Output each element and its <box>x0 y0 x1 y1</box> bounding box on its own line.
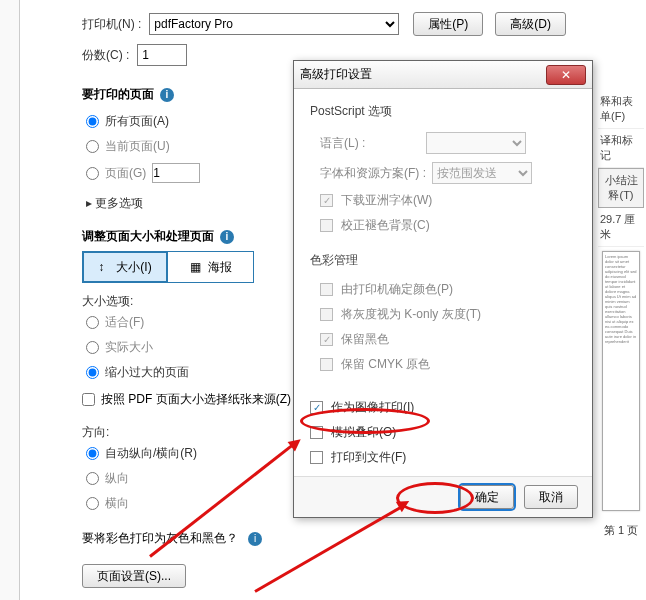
copies-input[interactable] <box>137 44 187 66</box>
page-setup-button[interactable]: 页面设置(S)... <box>82 564 186 588</box>
cancel-button[interactable]: 取消 <box>524 485 578 509</box>
paper-source-checkbox[interactable] <box>82 393 95 406</box>
print-to-file-checkbox[interactable]: 打印到文件(F) <box>310 445 576 470</box>
printer-color-checkbox[interactable]: 由打印机确定颜色(P) <box>320 277 576 302</box>
download-asian-checkbox[interactable]: 下载亚洲字体(W) <box>320 188 576 213</box>
page-range-input[interactable] <box>152 163 200 183</box>
help-icon[interactable]: i <box>220 230 234 244</box>
printer-row: 打印机(N) : pdfFactory Pro 属性(P) 高级(D) <box>82 12 642 36</box>
language-row: 语言(L) : <box>320 128 576 158</box>
language-select[interactable] <box>426 132 526 154</box>
forms-label: 释和表单(F) <box>598 90 644 129</box>
preview-panel: 释和表单(F) 译和标记 小结注释(T) 29.7 厘米 Lorem ipsum… <box>598 90 644 570</box>
ok-button[interactable]: 确定 <box>460 485 514 509</box>
color-prompt-row: 要将彩色打印为灰色和黑色？ i <box>82 516 642 547</box>
printer-label: 打印机(N) : <box>82 16 141 33</box>
help-icon[interactable]: i <box>248 532 262 546</box>
paper-size-label: 29.7 厘米 <box>598 208 644 247</box>
gray-konly-checkbox[interactable]: 将灰度视为 K-only 灰度(T) <box>320 302 576 327</box>
advanced-print-dialog: 高级打印设置 ✕ PostScript 选项 语言(L) : 字体和资源方案(F… <box>293 60 593 518</box>
keep-cmyk-checkbox[interactable]: 保留 CMYK 原色 <box>320 352 576 377</box>
print-as-image-checkbox[interactable]: 作为图像打印(I) <box>310 395 576 420</box>
color-group-title: 色彩管理 <box>310 238 576 277</box>
help-icon[interactable]: i <box>160 88 174 102</box>
simulate-overprint-checkbox[interactable]: 模拟叠印(O) <box>310 420 576 445</box>
postscript-group-title: PostScript 选项 <box>310 103 576 128</box>
printer-select[interactable]: pdfFactory Pro <box>149 13 399 35</box>
properties-button[interactable]: 属性(P) <box>413 12 483 36</box>
page-indicator: 第 1 页 <box>598 515 644 538</box>
advanced-dialog-title: 高级打印设置 <box>300 66 372 83</box>
advanced-dialog-buttons: 确定 取消 <box>294 476 592 517</box>
marks-label: 译和标记 <box>598 129 644 168</box>
font-scheme-row: 字体和资源方案(F) : 按范围发送 <box>320 158 576 188</box>
keep-black-checkbox[interactable]: 保留黑色 <box>320 327 576 352</box>
font-scheme-select[interactable]: 按范围发送 <box>432 162 532 184</box>
close-icon[interactable]: ✕ <box>546 65 586 85</box>
page-thumbnail: Lorem ipsum dolor sit amet consectetur a… <box>602 251 640 511</box>
grid-icon: ▦ <box>190 260 204 274</box>
left-sidebar-strip <box>0 0 20 600</box>
fix-bg-checkbox[interactable]: 校正褪色背景(C) <box>320 213 576 238</box>
advanced-dialog-body: PostScript 选项 语言(L) : 字体和资源方案(F) : 按范围发送… <box>294 89 592 484</box>
poster-segment-button[interactable]: ▦ 海报 <box>168 251 254 283</box>
resize-icon: ↕ <box>98 260 112 274</box>
comments-button[interactable]: 小结注释(T) <box>598 168 644 208</box>
advanced-dialog-titlebar: 高级打印设置 ✕ <box>294 61 592 89</box>
copies-label: 份数(C) : <box>82 47 129 64</box>
advanced-button[interactable]: 高级(D) <box>495 12 566 36</box>
size-segment-button[interactable]: ↕ 大小(I) <box>82 251 168 283</box>
